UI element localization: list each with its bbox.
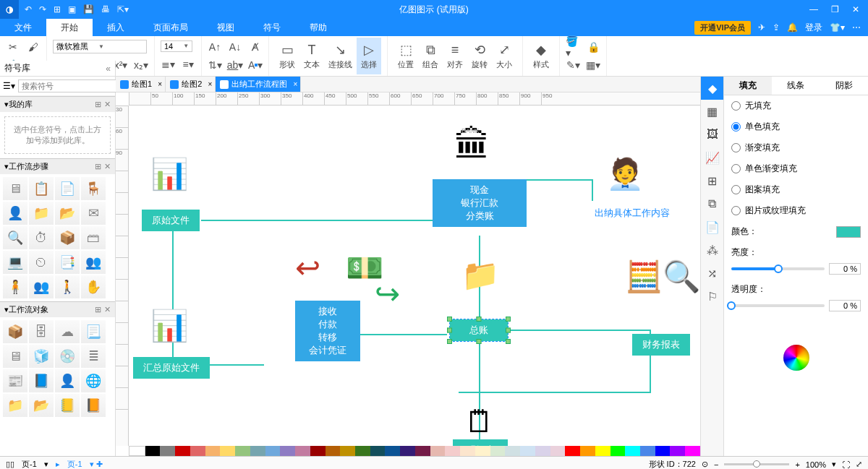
brightness-value[interactable]: 0 % [829,263,861,275]
node-summary-file[interactable]: 汇总原始文件 [133,357,210,379]
zoom-out-icon[interactable]: − [714,460,718,469]
theme-icon[interactable]: 👕▾ [830,22,845,33]
shape-item[interactable]: 👤 [55,369,80,392]
rotate-button[interactable]: ⟲旋转 [467,38,492,74]
shape-item[interactable]: 🚶 [55,275,80,298]
fill-solid[interactable]: 单色填充 [724,116,868,137]
font-select[interactable]: 微软雅黑▼ [53,40,147,53]
shape-item[interactable]: 🗄 [29,320,54,343]
increase-font-icon[interactable]: A↑ [208,40,222,54]
shape-item[interactable]: 📂 [29,394,54,417]
clipart-document2[interactable]: 📊 [150,308,188,343]
close-icon[interactable]: ✕ [852,4,859,14]
rtab-grid-icon[interactable]: ▦ [701,100,723,123]
send-icon[interactable]: ✈ [758,22,765,33]
app-logo[interactable]: ◑ [0,0,19,19]
node-fin-report[interactable]: 财务报表 [632,334,690,356]
clipart-money-redo[interactable]: ↩ [295,250,320,285]
share-icon[interactable]: ⇪ [773,22,780,33]
line-spacing-icon[interactable]: ⇅▾ [208,58,222,72]
node-original-file[interactable]: 原始文件 [142,210,200,231]
transparency-value[interactable]: 0 % [829,300,861,311]
cut-icon[interactable]: ✂ [6,40,20,54]
shape-item[interactable]: ✉ [81,202,106,225]
connector-button[interactable]: ↘连接线 [324,38,357,74]
section-workflow-steps[interactable]: ▾ 工作流步骤⊞✕ [0,159,115,174]
brightness-slider[interactable] [731,267,825,270]
fill-solid-gradient[interactable]: 单色渐变填充 [724,158,868,179]
menu-symbol[interactable]: 符号 [249,19,295,36]
shape-item[interactable]: 📑 [55,251,80,274]
shape-item[interactable]: 🖥 [3,345,27,368]
tab-drawing1[interactable]: 绘图1× [116,77,166,92]
shape-item[interactable]: 👥 [29,275,54,298]
rtab-table-icon[interactable]: ⊞ [701,169,723,192]
shape-item[interactable]: ✋ [81,275,106,298]
node-receive[interactable]: 接收付款转移会计凭证 [295,301,360,361]
numbering-button[interactable]: ≡▾ [181,57,195,72]
minimize-icon[interactable]: — [809,4,818,14]
shape-item[interactable]: 📰 [3,369,27,392]
shape-item[interactable]: 👤 [3,202,27,225]
menu-help[interactable]: 帮助 [295,19,341,36]
section-mylib[interactable]: ▾ 我的库⊞✕ [0,97,115,112]
bell-icon[interactable]: 🔔 [787,22,798,33]
shape-button[interactable]: ▭形状 [275,38,299,74]
align-button[interactable]: ≡对齐 [443,38,467,74]
prop-tab-shadow[interactable]: 阴影 [820,77,868,95]
clipart-money-go[interactable]: ↪ [375,276,400,311]
tab-drawing2[interactable]: 绘图2× [166,77,216,92]
transparency-slider[interactable] [731,304,825,307]
menu-start[interactable]: 开始 [46,19,93,36]
shape-item[interactable]: ☁ [55,320,80,343]
rtab-shuffle-icon[interactable]: ⤮ [701,262,723,285]
shape-item[interactable]: 🖥 [3,177,27,200]
prop-tab-fill[interactable]: 填充 [724,77,772,95]
menu-view[interactable]: 视图 [203,19,249,36]
status-page[interactable]: 页-1 [22,459,37,469]
fill-pattern[interactable]: 图案填充 [724,179,868,200]
node-ledger-selected[interactable]: 总账 [450,319,508,341]
more-icon[interactable]: ⋯ [852,22,861,33]
superscript-button[interactable]: x²▾ [114,58,128,72]
grid-icon[interactable]: ▦▾ [586,58,600,72]
node-cash[interactable]: 现金银行汇款分类账 [433,179,527,227]
decrease-font-icon[interactable]: A↓ [228,40,242,54]
shape-item[interactable]: ⏱ [29,226,54,249]
redo-icon[interactable]: ↷ [39,4,46,14]
fill-gradient[interactable]: 渐变填充 [724,137,868,158]
rtab-page-icon[interactable]: 📄 [701,215,723,238]
shape-item[interactable]: 🧍 [3,275,27,298]
zoom-value[interactable]: 100% [806,460,826,469]
font-size-select[interactable]: 14▼ [161,40,192,52]
fullscreen-icon[interactable]: ⤢ [856,460,862,469]
login-link[interactable]: 登录 [805,22,822,34]
shape-item[interactable]: 📁 [29,202,54,225]
collapse-icon[interactable]: « [106,64,111,74]
shape-item[interactable]: 📂 [55,202,80,225]
style-button[interactable]: ◆样式 [529,38,553,74]
color-strip[interactable] [129,446,700,456]
section-workflow-objects[interactable]: ▾ 工作流对象⊞✕ [0,302,115,317]
fit-icon[interactable]: ⛶ [842,460,850,469]
print-icon[interactable]: 🖶 [101,4,110,14]
status-page-2[interactable]: 页-1 [67,459,82,469]
clipart-document[interactable]: 📊 [150,156,188,192]
clipart-folder[interactable]: 📁 [461,257,499,293]
clipart-spreadsheet[interactable]: 🗒 [464,405,495,439]
format-painter-icon[interactable]: 🖌 [26,40,41,54]
rtab-tree-icon[interactable]: ⁂ [701,238,723,262]
size-button[interactable]: ⤢大小 [492,38,516,74]
position-button[interactable]: ⬚位置 [393,38,418,74]
rtab-layer-icon[interactable]: ⧉ [701,192,723,215]
prop-tab-line[interactable]: 线条 [772,77,820,95]
lock-icon[interactable]: 🔒 [586,40,600,54]
shape-item[interactable]: 🌐 [81,369,106,392]
shape-item[interactable]: 📘 [29,369,54,392]
menu-page-layout[interactable]: 页面布局 [139,19,203,36]
shape-item[interactable]: 💻 [3,251,27,274]
maximize-icon[interactable]: ❐ [831,4,839,14]
clear-format-icon[interactable]: A̸ [248,40,263,54]
rtab-image-icon[interactable]: 🖼 [701,123,723,146]
shape-item[interactable]: 📃 [81,320,106,343]
